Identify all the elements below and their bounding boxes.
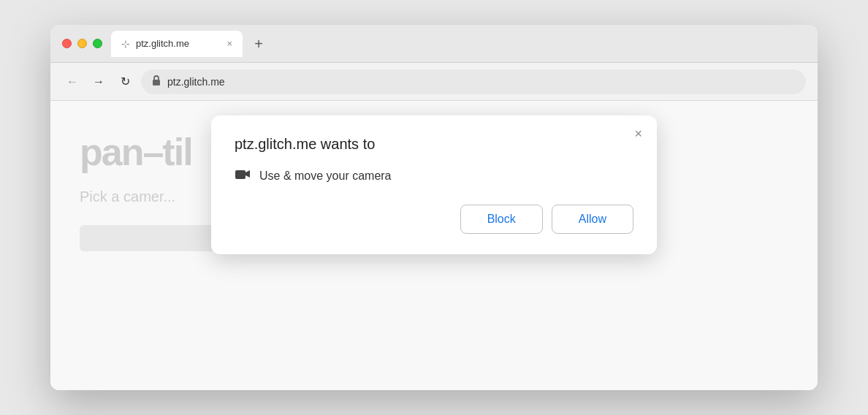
close-window-button[interactable] — [62, 39, 72, 48]
page-bg-subtitle: Pick a camer... — [80, 189, 175, 205]
back-button[interactable]: ← — [62, 72, 83, 92]
title-bar: ⊹ ptz.glitch.me × + — [50, 25, 818, 63]
dialog-close-button[interactable]: × — [634, 127, 642, 140]
tab-close-button[interactable]: × — [226, 39, 232, 48]
permission-dialog: × ptz.glitch.me wants to Use & move your… — [211, 115, 657, 254]
tab-drag-icon: ⊹ — [121, 38, 130, 50]
camera-icon — [235, 167, 251, 184]
browser-tab[interactable]: ⊹ ptz.glitch.me × — [111, 31, 243, 57]
page-bg-input — [80, 225, 226, 251]
tab-title: ptz.glitch.me — [136, 38, 221, 49]
svg-marker-2 — [245, 170, 250, 178]
browser-window: ⊹ ptz.glitch.me × + ← → ↻ ptz.glitch.me … — [50, 25, 818, 390]
tab-bar: ⊹ ptz.glitch.me × + — [111, 31, 806, 57]
lock-icon — [151, 75, 161, 88]
nav-bar: ← → ↻ ptz.glitch.me — [50, 63, 818, 101]
forward-button[interactable]: → — [88, 72, 109, 92]
permission-row: Use & move your camera — [235, 167, 633, 184]
new-tab-button[interactable]: + — [248, 34, 269, 54]
maximize-window-button[interactable] — [93, 39, 102, 48]
address-bar[interactable]: ptz.glitch.me — [141, 69, 806, 94]
reload-button[interactable]: ↻ — [115, 72, 135, 92]
allow-button[interactable]: Allow — [552, 205, 633, 234]
dialog-buttons: Block Allow — [235, 205, 633, 234]
traffic-lights — [62, 39, 102, 48]
block-button[interactable]: Block — [460, 205, 543, 234]
address-text: ptz.glitch.me — [167, 76, 225, 88]
permission-text: Use & move your camera — [259, 170, 392, 183]
dialog-title: ptz.glitch.me wants to — [235, 136, 633, 153]
svg-rect-0 — [153, 80, 160, 85]
minimize-window-button[interactable] — [77, 39, 87, 48]
svg-rect-1 — [235, 170, 245, 179]
page-bg-title: pan–til — [80, 130, 192, 174]
page-content: pan–til Pick a camer... × ptz.glitch.me … — [50, 101, 818, 390]
